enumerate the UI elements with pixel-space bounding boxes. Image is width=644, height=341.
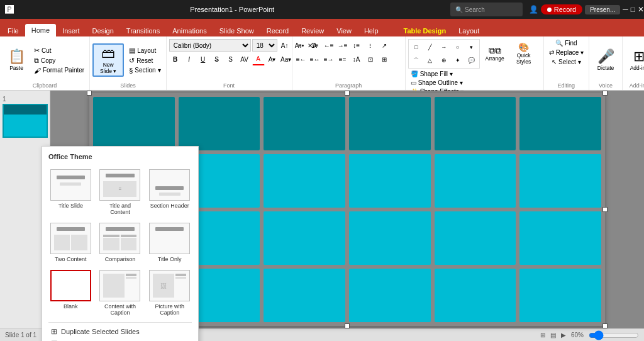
smartart-button[interactable]: ⊞ (378, 53, 391, 65)
tab-help[interactable]: Help (358, 25, 385, 36)
font-size-select[interactable]: 18 (252, 39, 277, 52)
handle-bot-right[interactable] (602, 323, 608, 328)
duplicate-slides-action[interactable]: ⊞ Duplicate Selected Slides (48, 325, 192, 338)
case-button[interactable]: Aa▾ (280, 53, 292, 65)
handle-top-right[interactable] (602, 91, 608, 96)
layout-section-header[interactable]: Section Header (147, 168, 192, 216)
slides-from-outline-action[interactable]: ☰ Slides from Outline... (48, 338, 192, 341)
align-right-button[interactable]: ≡→ (323, 53, 335, 65)
align-left-button[interactable]: ≡← (295, 53, 308, 65)
format-painter-button[interactable]: 🖌Format Painter (31, 66, 87, 75)
tab-review[interactable]: Review (295, 25, 330, 36)
format-painter-icon: 🖌 (34, 67, 41, 74)
align-justify-button[interactable]: ≡= (336, 53, 349, 65)
maximize-button[interactable]: □ (631, 5, 635, 14)
arrange-button[interactable]: ⧉⧉ Arrange (481, 45, 509, 63)
close-button[interactable]: ✕ (638, 5, 644, 14)
underline-button[interactable]: U (197, 53, 209, 65)
aligntext-button[interactable]: ⊡ (364, 53, 377, 65)
italic-button[interactable]: I (183, 53, 196, 65)
tab-animations[interactable]: Animations (166, 25, 213, 36)
shape-fill-button[interactable]: 🪣Shape Fill ▾ (408, 70, 467, 78)
layout-comparison[interactable]: Comparison (98, 221, 143, 264)
tab-transitions[interactable]: Transitions (120, 25, 166, 36)
handle-bot-mid[interactable] (345, 323, 350, 328)
linespacing-button[interactable]: ↕≡ (350, 39, 363, 52)
shape-line[interactable]: ╱ (424, 41, 436, 53)
dictate-button[interactable]: 🎤 Dictate (592, 48, 619, 72)
cut-button[interactable]: ✂Cut (31, 46, 87, 55)
fontcolor-button[interactable]: A (252, 53, 265, 65)
reset-button[interactable]: ↺Reset (126, 56, 163, 65)
bold-button[interactable]: B (169, 53, 182, 65)
shape-more[interactable]: ▾ (465, 41, 478, 53)
textdir-button[interactable]: ↕A (350, 53, 363, 65)
layout-picture-caption[interactable]: 🖼 Picture withCaption (147, 269, 192, 317)
shape-freeform[interactable]: ✦ (452, 54, 464, 67)
handle-mid-right[interactable] (602, 207, 608, 212)
section-button[interactable]: §Section ▾ (126, 66, 163, 75)
select-button[interactable]: ↖Select ▾ (549, 58, 584, 66)
shape-eq[interactable]: ⊕ (438, 54, 450, 67)
tab-view[interactable]: View (330, 25, 358, 36)
find-button[interactable]: 🔍Find (553, 39, 579, 47)
shape-arrow[interactable]: → (438, 41, 450, 53)
bullets-button[interactable]: ≡• (295, 39, 308, 52)
record-button[interactable]: Record (541, 4, 582, 14)
present-button[interactable]: Presen... (585, 5, 620, 14)
layout-two-content[interactable]: Two Content (48, 221, 93, 264)
quickstyles-button[interactable]: 🎨 QuickStyles (510, 42, 538, 66)
handle-top-mid[interactable] (345, 91, 350, 96)
tab-file[interactable]: File (1, 25, 25, 36)
view-outline[interactable]: ▤ (550, 332, 556, 338)
font-grow-button[interactable]: A↑ (279, 39, 291, 52)
tab-insert[interactable]: Insert (56, 25, 86, 36)
decrease-indent-button[interactable]: ←≡ (323, 39, 335, 52)
drawing-top: □ ╱ → ○ ▾ ⌒ △ ⊕ ✦ 💬 (408, 36, 541, 96)
layout-title-slide[interactable]: Title Slide (48, 168, 93, 216)
shape-rect[interactable]: □ (410, 41, 423, 53)
shadow-button[interactable]: S (225, 53, 237, 65)
layout-button[interactable]: ▤Layout (126, 46, 163, 55)
addins-icon: ⊞ (633, 49, 644, 64)
layout-title-content[interactable]: ≡ Title and Content (98, 168, 143, 216)
layout-content-caption[interactable]: Content withCaption (98, 269, 143, 317)
tab-tabledesign[interactable]: Table Design (397, 25, 453, 36)
slide-thumbnail[interactable] (3, 104, 48, 138)
addins-button[interactable]: ⊞ Add-ins (625, 48, 644, 72)
tab-design[interactable]: Design (86, 25, 120, 36)
view-slideshow[interactable]: ▶ (561, 332, 566, 338)
tab-record[interactable]: Record (260, 25, 295, 36)
shape-callout[interactable]: 💬 (465, 54, 478, 67)
columns-button[interactable]: ⫶ (364, 39, 377, 52)
highlight-button[interactable]: A▾ (266, 53, 279, 65)
layout-dropdown: Office Theme Title Slide ≡ (42, 146, 199, 341)
paste-button[interactable]: 📋 Paste (3, 48, 30, 72)
tab-slideshow[interactable]: Slide Show (213, 25, 260, 36)
expand-icon[interactable]: ↗ (378, 39, 391, 52)
new-slide-button[interactable]: 🗃 NewSlide ▾ (92, 43, 124, 76)
group-font: Calibri (Body) 18 A↑ A↓ ✕A B I U S S AV (167, 36, 292, 90)
minimize-button[interactable]: ─ (623, 5, 628, 14)
shape-outline-button[interactable]: ▭Shape Outline ▾ (408, 79, 467, 87)
group-addins: ⊞ Add-ins Add-ins (623, 36, 644, 90)
copy-button[interactable]: ⧉Copy (31, 56, 87, 65)
layout-blank[interactable]: Blank (48, 269, 93, 317)
shape-oval[interactable]: ○ (452, 41, 464, 53)
tab-layout[interactable]: Layout (452, 25, 486, 36)
tab-home[interactable]: Home (25, 24, 56, 36)
layout-title-only[interactable]: Title Only (147, 221, 192, 264)
numbering-button[interactable]: 1≡ (309, 39, 321, 52)
view-normal[interactable]: ⊞ (540, 332, 545, 338)
align-center-button[interactable]: ≡↔ (309, 53, 321, 65)
charspacing-button[interactable]: AV (238, 53, 251, 65)
increase-indent-button[interactable]: →≡ (336, 39, 349, 52)
strikethrough-button[interactable]: S (211, 53, 223, 65)
shape-tri[interactable]: △ (424, 54, 436, 67)
replace-button[interactable]: ⇄Replace ▾ (547, 48, 586, 57)
search-box[interactable]: 🔍 Search (450, 3, 522, 16)
zoom-slider[interactable] (589, 330, 639, 340)
shape-curve[interactable]: ⌒ (410, 54, 423, 67)
font-family-select[interactable]: Calibri (Body) (169, 39, 251, 52)
handle-top-left[interactable] (87, 91, 92, 96)
